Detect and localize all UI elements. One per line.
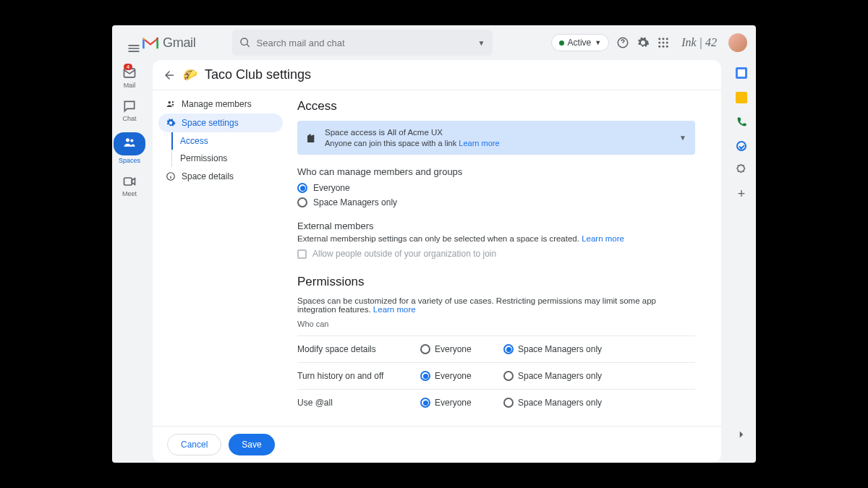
- avatar[interactable]: [728, 33, 747, 52]
- checkbox-icon: [297, 249, 307, 259]
- svg-point-2: [663, 38, 665, 40]
- perm-opt-managers[interactable]: Space Managers only: [503, 371, 602, 381]
- perm-opt-everyone[interactable]: Everyone: [420, 344, 503, 354]
- extension-addon-icon[interactable]: [736, 164, 747, 176]
- footer-actions: Cancel Save: [153, 426, 721, 463]
- info-icon: [166, 171, 176, 181]
- main-card: 🌮 Taco Club settings Manage members Spac…: [153, 60, 721, 463]
- sidebar-item-label: Manage members: [182, 99, 252, 109]
- sidebar-item-manage-members[interactable]: Manage members: [158, 95, 283, 114]
- svg-point-14: [169, 101, 171, 104]
- sidebar-item-label: Space settings: [182, 118, 239, 128]
- sidebar-sub-permissions[interactable]: Permissions: [171, 150, 283, 167]
- permissions-table: Modify space details Everyone Space Mana…: [297, 335, 695, 416]
- svg-point-5: [663, 42, 665, 44]
- save-button[interactable]: Save: [229, 434, 274, 455]
- radio-managers-only[interactable]: Space Managers only: [297, 197, 695, 207]
- sidebar-item-space-details[interactable]: Space details: [158, 167, 283, 186]
- mail-badge: 4: [124, 64, 132, 70]
- search-input[interactable]: [257, 38, 478, 48]
- external-heading: External members: [297, 221, 695, 231]
- perm-opt-managers[interactable]: Space Managers only: [503, 344, 602, 354]
- radio-icon: [503, 398, 514, 408]
- chevron-right-icon[interactable]: [735, 428, 748, 441]
- status-dot-icon: [559, 40, 564, 46]
- learn-more-link[interactable]: Learn more: [373, 305, 416, 314]
- building-icon: [306, 132, 318, 144]
- access-banner[interactable]: Space access is All of Acme UX Anyone ca…: [297, 121, 695, 155]
- content-area: Access Space access is All of Acme UX An…: [283, 90, 721, 426]
- radio-icon: [297, 197, 307, 207]
- settings-sidebar: Manage members Space settings Access Per…: [153, 90, 283, 426]
- calendar-addon-icon[interactable]: [736, 67, 747, 79]
- page-title: Taco Club settings: [205, 67, 311, 82]
- svg-point-6: [666, 42, 668, 44]
- topbar: Gmail ▼ Active ▼ Ink | 42: [112, 25, 756, 60]
- rail-item-chat[interactable]: Chat: [122, 99, 137, 122]
- perm-opt-everyone[interactable]: Everyone: [420, 371, 503, 381]
- gear-icon[interactable]: [637, 36, 650, 49]
- permissions-heading: Permissions: [297, 275, 695, 289]
- right-addon-rail: +: [727, 60, 756, 463]
- cancel-button[interactable]: Cancel: [167, 434, 221, 455]
- radio-everyone[interactable]: Everyone: [297, 183, 695, 193]
- back-arrow-icon[interactable]: [163, 69, 176, 82]
- chevron-down-icon[interactable]: ▼: [679, 134, 686, 142]
- perm-row-history: Turn history on and off Everyone Space M…: [297, 362, 695, 389]
- keep-addon-icon[interactable]: [736, 92, 747, 103]
- learn-more-link[interactable]: Learn more: [459, 139, 499, 147]
- perm-opt-everyone[interactable]: Everyone: [420, 398, 503, 408]
- left-nav-rail: 4 Mail Chat Spaces Meet: [112, 60, 147, 463]
- chevron-down-icon: ▼: [595, 39, 601, 46]
- sidebar-sub-access[interactable]: Access: [171, 132, 283, 150]
- meet-icon: [122, 174, 137, 189]
- gmail-text: Gmail: [163, 35, 196, 51]
- external-checkbox-row: Allow people outside of your organizatio…: [297, 249, 695, 259]
- search-options-icon[interactable]: ▼: [478, 39, 485, 47]
- phone-addon-icon[interactable]: [736, 116, 747, 128]
- gear-icon: [166, 118, 176, 128]
- learn-more-link[interactable]: Learn more: [582, 234, 624, 243]
- spaces-icon: [122, 135, 137, 150]
- help-icon[interactable]: [616, 36, 629, 49]
- svg-point-15: [172, 101, 174, 103]
- svg-rect-13: [124, 178, 132, 185]
- tasks-addon-icon[interactable]: [736, 141, 746, 151]
- gmail-logo[interactable]: Gmail: [142, 35, 196, 51]
- members-icon: [166, 99, 176, 109]
- access-heading: Access: [297, 99, 695, 114]
- chat-icon: [122, 99, 137, 114]
- perm-row-modify-details: Modify space details Everyone Space Mana…: [297, 335, 695, 362]
- svg-point-7: [658, 46, 660, 48]
- search-box[interactable]: ▼: [232, 30, 493, 56]
- apps-grid-icon[interactable]: [657, 36, 670, 49]
- svg-point-4: [658, 42, 660, 44]
- who-manage-heading: Who can manage members and groups: [297, 166, 695, 177]
- rail-item-mail[interactable]: 4 Mail: [122, 66, 137, 89]
- perm-opt-managers[interactable]: Space Managers only: [503, 398, 602, 408]
- add-addon-icon[interactable]: +: [736, 189, 747, 200]
- svg-point-12: [130, 139, 133, 142]
- svg-point-3: [666, 38, 668, 40]
- sidebar-item-label: Space details: [182, 171, 234, 181]
- rail-item-meet[interactable]: Meet: [122, 174, 137, 197]
- search-icon: [239, 37, 251, 48]
- radio-icon: [297, 183, 307, 193]
- perm-row-use-all: Use @all Everyone Space Managers only: [297, 389, 695, 416]
- workspace-brand: Ink | 42: [677, 36, 721, 49]
- space-emoji-icon: 🌮: [183, 68, 197, 82]
- svg-point-1: [658, 38, 660, 40]
- svg-point-9: [666, 46, 668, 48]
- status-chip[interactable]: Active ▼: [551, 34, 610, 51]
- rail-item-spaces[interactable]: Spaces: [114, 132, 145, 164]
- radio-icon: [503, 344, 514, 354]
- svg-point-11: [126, 138, 129, 142]
- radio-icon: [420, 398, 430, 408]
- hamburger-menu-icon[interactable]: [121, 35, 135, 50]
- radio-icon: [420, 344, 430, 354]
- svg-point-8: [663, 46, 665, 48]
- radio-icon: [420, 371, 430, 381]
- sidebar-item-space-settings[interactable]: Space settings: [158, 114, 283, 132]
- who-can-label: Who can: [297, 320, 695, 328]
- radio-icon: [503, 371, 514, 381]
